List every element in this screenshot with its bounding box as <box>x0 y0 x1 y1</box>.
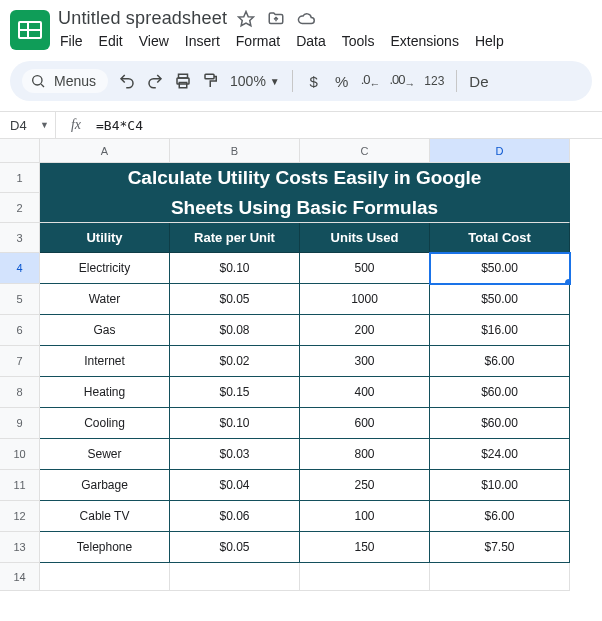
cell[interactable] <box>300 563 430 591</box>
menu-insert[interactable]: Insert <box>185 33 220 49</box>
menu-format[interactable]: Format <box>236 33 280 49</box>
row-header-13[interactable]: 13 <box>0 532 40 563</box>
header-rate[interactable]: Rate per Unit <box>170 223 300 253</box>
header-utility[interactable]: Utility <box>40 223 170 253</box>
row-header-11[interactable]: 11 <box>0 470 40 501</box>
cell-units[interactable]: 150 <box>300 532 430 563</box>
star-icon[interactable] <box>237 10 255 28</box>
name-box[interactable]: D4 ▼ <box>0 112 56 138</box>
redo-button[interactable] <box>146 72 164 90</box>
cell-utility[interactable]: Cable TV <box>40 501 170 532</box>
header-units[interactable]: Units Used <box>300 223 430 253</box>
cell-total[interactable]: $60.00 <box>430 408 570 439</box>
cell-rate[interactable]: $0.10 <box>170 253 300 284</box>
row-header-9[interactable]: 9 <box>0 408 40 439</box>
cell-rate[interactable]: $0.04 <box>170 470 300 501</box>
cell-rate[interactable]: $0.06 <box>170 501 300 532</box>
banner-cell[interactable]: Sheets Using Basic Formulas <box>40 193 570 223</box>
move-folder-icon[interactable] <box>267 10 285 28</box>
cell-total[interactable]: $7.50 <box>430 532 570 563</box>
col-header-d[interactable]: D <box>430 139 570 163</box>
cell-total[interactable]: $60.00 <box>430 377 570 408</box>
row-header-3[interactable]: 3 <box>0 223 40 253</box>
more-formats-button[interactable]: 123 <box>424 74 444 88</box>
menu-file[interactable]: File <box>60 33 83 49</box>
undo-button[interactable] <box>118 72 136 90</box>
row-header-12[interactable]: 12 <box>0 501 40 532</box>
cell-total[interactable]: $50.00 <box>430 284 570 315</box>
menu-edit[interactable]: Edit <box>99 33 123 49</box>
cell-units[interactable]: 800 <box>300 439 430 470</box>
cell-utility[interactable]: Garbage <box>40 470 170 501</box>
cell-units[interactable]: 1000 <box>300 284 430 315</box>
menu-tools[interactable]: Tools <box>342 33 375 49</box>
row-header-4[interactable]: 4 <box>0 253 40 284</box>
cell-rate[interactable]: $0.02 <box>170 346 300 377</box>
cell-total[interactable]: $16.00 <box>430 315 570 346</box>
row-header-1[interactable]: 1 <box>0 163 40 193</box>
cell[interactable] <box>170 563 300 591</box>
select-all-corner[interactable] <box>0 139 40 163</box>
decrease-decimal-button[interactable]: .0← <box>361 72 380 90</box>
sheets-app-icon[interactable] <box>10 10 50 50</box>
col-header-c[interactable]: C <box>300 139 430 163</box>
cell-total[interactable]: $10.00 <box>430 470 570 501</box>
cell-total[interactable]: $6.00 <box>430 501 570 532</box>
cell-units[interactable]: 500 <box>300 253 430 284</box>
menu-extensions[interactable]: Extensions <box>390 33 458 49</box>
cell-total[interactable]: $50.00 <box>430 253 570 284</box>
paint-format-button[interactable] <box>202 72 220 90</box>
row-header-8[interactable]: 8 <box>0 377 40 408</box>
menu-help[interactable]: Help <box>475 33 504 49</box>
cell-total[interactable]: $24.00 <box>430 439 570 470</box>
cell-utility[interactable]: Cooling <box>40 408 170 439</box>
cell-utility[interactable]: Heating <box>40 377 170 408</box>
cell-units[interactable]: 600 <box>300 408 430 439</box>
formula-bar[interactable]: =B4*C4 <box>96 118 143 133</box>
row-header-7[interactable]: 7 <box>0 346 40 377</box>
font-dropdown[interactable]: De <box>469 73 488 90</box>
cell[interactable] <box>40 563 170 591</box>
row-header-2[interactable]: 2 <box>0 193 40 223</box>
cell-utility[interactable]: Water <box>40 284 170 315</box>
cell-units[interactable]: 300 <box>300 346 430 377</box>
cell-units[interactable]: 400 <box>300 377 430 408</box>
row-header-10[interactable]: 10 <box>0 439 40 470</box>
format-percent-button[interactable]: % <box>333 73 351 90</box>
cell-rate[interactable]: $0.05 <box>170 532 300 563</box>
increase-decimal-button[interactable]: .00→ <box>389 72 414 90</box>
cell-rate[interactable]: $0.05 <box>170 284 300 315</box>
cell-utility[interactable]: Internet <box>40 346 170 377</box>
zoom-dropdown[interactable]: 100% ▼ <box>230 73 280 89</box>
col-header-b[interactable]: B <box>170 139 300 163</box>
row-header-5[interactable]: 5 <box>0 284 40 315</box>
menu-data[interactable]: Data <box>296 33 326 49</box>
selection-handle[interactable] <box>565 279 570 284</box>
cell[interactable] <box>430 563 570 591</box>
cell-utility[interactable]: Telephone <box>40 532 170 563</box>
row-header-6[interactable]: 6 <box>0 315 40 346</box>
row-header-14[interactable]: 14 <box>0 563 40 591</box>
cell-utility[interactable]: Gas <box>40 315 170 346</box>
print-button[interactable] <box>174 72 192 90</box>
cell-rate[interactable]: $0.10 <box>170 408 300 439</box>
cell-total[interactable]: $6.00 <box>430 346 570 377</box>
cell-rate[interactable]: $0.08 <box>170 315 300 346</box>
cell-rate[interactable]: $0.15 <box>170 377 300 408</box>
col-header-a[interactable]: A <box>40 139 170 163</box>
doc-title[interactable]: Untitled spreadsheet <box>58 8 227 29</box>
cloud-status-icon[interactable] <box>297 10 315 28</box>
menus-search[interactable]: Menus <box>22 69 108 93</box>
cell-units[interactable]: 200 <box>300 315 430 346</box>
menubar: File Edit View Insert Format Data Tools … <box>58 31 590 55</box>
cell-rate[interactable]: $0.03 <box>170 439 300 470</box>
banner-cell[interactable]: Calculate Utility Costs Easily in Google <box>40 163 570 193</box>
cell-units[interactable]: 250 <box>300 470 430 501</box>
banner-line-1: Calculate Utility Costs Easily in Google <box>40 163 569 193</box>
cell-utility[interactable]: Sewer <box>40 439 170 470</box>
header-total[interactable]: Total Cost <box>430 223 570 253</box>
cell-units[interactable]: 100 <box>300 501 430 532</box>
format-currency-button[interactable]: $ <box>305 73 323 90</box>
menu-view[interactable]: View <box>139 33 169 49</box>
cell-utility[interactable]: Electricity <box>40 253 170 284</box>
